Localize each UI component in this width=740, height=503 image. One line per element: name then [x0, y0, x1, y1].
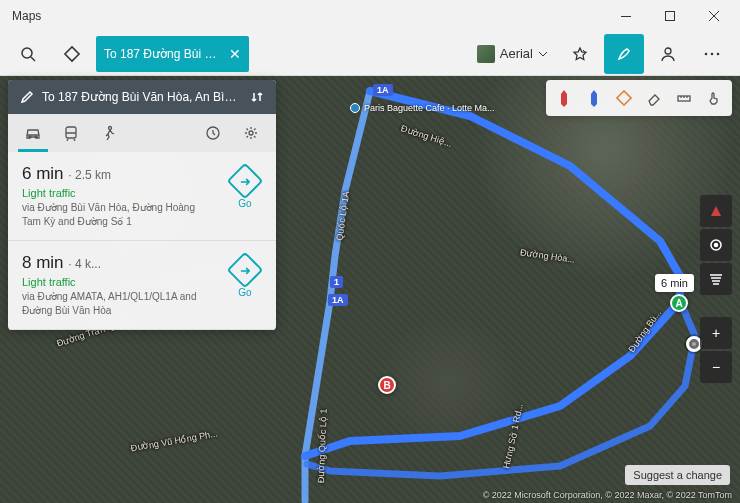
ruler-icon[interactable] — [670, 84, 698, 112]
touch-icon[interactable] — [700, 84, 728, 112]
map-view-button[interactable]: Aerial — [469, 36, 556, 72]
svg-point-6 — [711, 52, 714, 55]
svg-point-5 — [705, 52, 708, 55]
map-view-label: Aerial — [500, 46, 533, 61]
route-marker-a: A — [670, 294, 688, 312]
user-icon[interactable] — [648, 34, 688, 74]
locate-icon[interactable] — [700, 229, 732, 261]
search-tab-label: To 187 Đường Bùi Văn Hòa, — [104, 47, 219, 61]
history-icon[interactable] — [194, 114, 232, 152]
go-label: Go — [228, 287, 262, 298]
mode-walking-icon[interactable] — [90, 114, 128, 152]
window-title: Maps — [12, 9, 41, 23]
search-icon[interactable] — [8, 34, 48, 74]
mode-transit-icon[interactable] — [52, 114, 90, 152]
chevron-down-icon — [538, 51, 548, 57]
time-badge: 6 min — [655, 274, 694, 292]
compass-icon[interactable] — [700, 195, 732, 227]
poi-dot-icon — [350, 103, 360, 113]
svg-rect-14 — [617, 91, 631, 105]
route-shield: 1 — [330, 276, 343, 288]
search-tab[interactable]: To 187 Đường Bùi Văn Hòa, ✕ — [96, 36, 249, 72]
svg-point-4 — [665, 48, 671, 54]
svg-rect-1 — [666, 12, 675, 21]
pen-red-icon[interactable] — [550, 84, 578, 112]
route-marker-b: B — [378, 376, 396, 394]
mode-driving-icon[interactable] — [14, 114, 52, 152]
copyright-text: © 2022 Microsoft Corporation, © 2022 Max… — [483, 490, 732, 500]
aerial-swatch-icon — [477, 45, 495, 63]
maximize-button[interactable] — [648, 0, 692, 32]
route-distance: 2.5 km — [75, 168, 111, 182]
go-button[interactable]: ➜ Go — [228, 257, 262, 298]
route-shield: 1A — [328, 294, 348, 306]
route-card[interactable]: 6 min · 2.5 km Light traffic via Đường B… — [8, 152, 276, 241]
route-via: via Đường AMATA, AH1/QL1/QL1A and Đường … — [22, 290, 202, 317]
ink-toolbar — [546, 80, 732, 116]
route-time: 6 min — [22, 164, 64, 183]
eraser-icon[interactable] — [640, 84, 668, 112]
svg-rect-0 — [621, 16, 631, 17]
pen-blue-icon[interactable] — [580, 84, 608, 112]
close-tab-icon[interactable]: ✕ — [229, 46, 241, 62]
route-time: 8 min — [22, 253, 64, 272]
destination-text: To 187 Đường Bùi Văn Hòa, An Bình, Dong … — [42, 90, 242, 104]
go-label: Go — [228, 198, 262, 209]
svg-point-2 — [22, 48, 32, 58]
svg-point-11 — [109, 127, 112, 130]
settings-icon[interactable] — [232, 114, 270, 152]
pencil-icon — [20, 90, 34, 104]
zoom-in-button[interactable]: + — [700, 317, 732, 349]
minimize-button[interactable] — [604, 0, 648, 32]
route-card[interactable]: 8 min · 4 k... Light traffic via Đường A… — [8, 241, 276, 330]
svg-point-7 — [717, 52, 720, 55]
go-button[interactable]: ➜ Go — [228, 168, 262, 209]
route-shield: 1A — [373, 84, 393, 96]
measure-icon[interactable] — [610, 84, 638, 112]
suggest-change-button[interactable]: Suggest a change — [625, 465, 730, 485]
directions-panel: To 187 Đường Bùi Văn Hòa, An Bình, Dong … — [8, 80, 276, 330]
favorites-icon[interactable] — [560, 34, 600, 74]
directions-icon[interactable] — [52, 34, 92, 74]
close-button[interactable] — [692, 0, 736, 32]
svg-point-13 — [249, 131, 253, 135]
route-via: via Đường Bùi Văn Hòa, Đường Hoàng Tam K… — [22, 201, 202, 228]
tilt-icon[interactable] — [700, 263, 732, 295]
more-icon[interactable] — [692, 34, 732, 74]
route-traffic: Light traffic — [22, 276, 262, 288]
poi-label: Paris Baguette Cafe · Lotte Ma... — [350, 103, 495, 113]
route-distance: 4 k... — [75, 257, 101, 271]
svg-rect-3 — [65, 46, 79, 60]
swap-icon[interactable] — [250, 90, 264, 104]
svg-point-17 — [715, 244, 718, 247]
route-traffic: Light traffic — [22, 187, 262, 199]
ink-icon[interactable] — [604, 34, 644, 74]
zoom-out-button[interactable]: − — [700, 351, 732, 383]
